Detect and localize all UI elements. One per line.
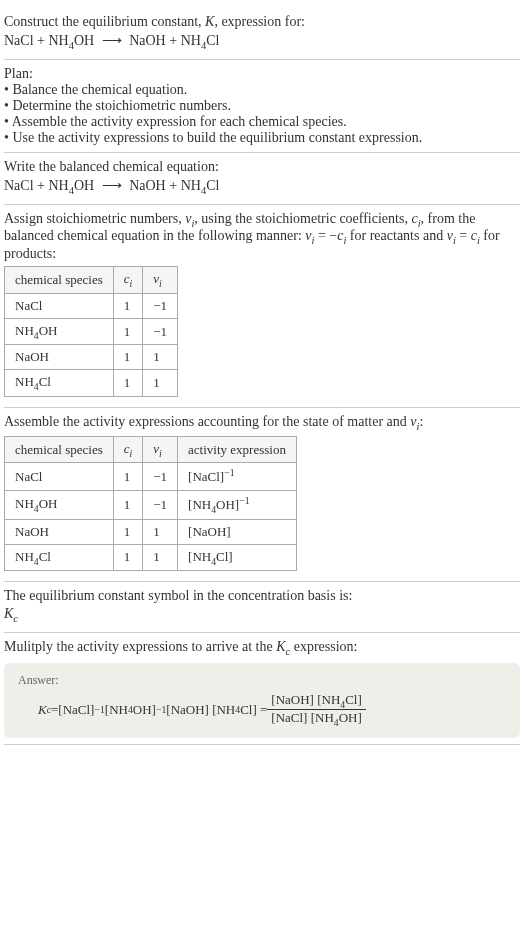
cell-nu: −1 [143, 490, 178, 519]
plus-2: + [166, 33, 181, 48]
answer-box: Answer: Kc = [NaCl]−1 [NH4OH]−1 [NaOH] [… [4, 663, 520, 738]
exp: −1 [224, 467, 234, 478]
header-species: chemical species [5, 436, 114, 463]
species-nh-2: NH [181, 33, 201, 48]
exp: −1 [156, 704, 166, 715]
plan-title: Plan: [4, 66, 520, 82]
stoich-table: chemical species ci νi NaCl 1 −1 NH4OH 1… [4, 266, 178, 397]
species-nh: NH [181, 178, 201, 193]
sub-i: i [159, 278, 162, 289]
plan-item: Assemble the activity expression for eac… [4, 114, 520, 130]
plan-item: Determine the stoichiometric numbers. [4, 98, 520, 114]
plan-item: Use the activity expressions to build th… [4, 130, 520, 146]
term: [NH [105, 702, 128, 718]
k-var: K [276, 639, 285, 654]
cell-c: 1 [113, 519, 143, 544]
cell-expr: [NaOH] [178, 519, 297, 544]
sub-i: i [130, 278, 133, 289]
text: Assign stoichiometric numbers, [4, 211, 185, 226]
activity-title: Assemble the activity expressions accoun… [4, 414, 520, 432]
header-expr: activity expression [178, 436, 297, 463]
cell-nu: −1 [143, 293, 178, 318]
sub-i: i [159, 447, 162, 458]
header-species: chemical species [5, 267, 114, 294]
arrow-icon: ⟶ [102, 178, 122, 193]
k-variable: K [205, 14, 214, 29]
denominator: [NaCl] [NH4OH] [267, 710, 365, 728]
table-row: NH4OH 1 −1 [NH4OH]−1 [5, 490, 297, 519]
text: , using the stoichiometric coefficients, [194, 211, 411, 226]
term: [NaCl] [58, 702, 94, 718]
exp: −1 [94, 704, 104, 715]
plan-item: Balance the chemical equation. [4, 82, 520, 98]
cell-expr: [NH4Cl] [178, 544, 297, 571]
sub-i: i [130, 447, 133, 458]
kc-expression: Kc = [NaCl]−1 [NH4OH]−1 [NaOH] [NH4Cl] =… [18, 692, 506, 728]
species-cl: Cl [206, 178, 219, 193]
balanced-title: Write the balanced chemical equation: [4, 159, 520, 175]
expr: [NaCl] [188, 470, 224, 485]
cell-species: NH4Cl [5, 370, 114, 397]
cell-species: NaOH [5, 519, 114, 544]
multiply-section: Mulitply the activity expressions to arr… [4, 633, 520, 745]
answer-label: Answer: [18, 673, 506, 688]
cell-expr: [NaCl]−1 [178, 463, 297, 490]
text: expression: [290, 639, 357, 654]
table-row: NaCl 1 −1 [NaCl]−1 [5, 463, 297, 490]
equals: = [51, 702, 58, 718]
multiply-text: Mulitply the activity expressions to arr… [4, 639, 520, 657]
text: Mulitply the activity expressions to arr… [4, 639, 276, 654]
header-c: ci [113, 436, 143, 463]
header-c: ci [113, 267, 143, 294]
text: : [419, 414, 423, 429]
prompt-text-2: , expression for: [214, 14, 305, 29]
activity-table: chemical species ci νi activity expressi… [4, 436, 297, 571]
text: = [456, 228, 471, 243]
cell-c: 1 [113, 345, 143, 370]
cell-nu: −1 [143, 318, 178, 345]
activity-section: Assemble the activity expressions accoun… [4, 408, 520, 582]
cell-species: NaOH [5, 345, 114, 370]
table-row: NH4Cl 1 1 [5, 370, 178, 397]
table-row: NH4OH 1 −1 [5, 318, 178, 345]
header-section: Construct the equilibrium constant, K, e… [4, 8, 520, 60]
cell-c: 1 [113, 544, 143, 571]
cell-expr: [NH4OH]−1 [178, 490, 297, 519]
stoich-text: Assign stoichiometric numbers, νi, using… [4, 211, 520, 263]
symbol-text: The equilibrium constant symbol in the c… [4, 588, 520, 604]
cell-species: NH4Cl [5, 544, 114, 571]
species-nacl: NaCl [4, 33, 34, 48]
species-nh: NH [48, 33, 68, 48]
species-oh: OH [74, 33, 94, 48]
kc-symbol: Kc [4, 606, 520, 624]
cell-nu: 1 [143, 519, 178, 544]
cell-species: NaCl [5, 463, 114, 490]
numerator: [NaOH] [NH4Cl] [267, 692, 365, 711]
species-oh: OH [74, 178, 94, 193]
header-nu: νi [143, 436, 178, 463]
cell-c: 1 [113, 318, 143, 345]
reaction-equation: NaCl + NH4OH ⟶ NaOH + NH4Cl [4, 32, 520, 51]
species-cl: Cl [206, 33, 219, 48]
cell-species: NH4OH [5, 490, 114, 519]
plus: + [166, 178, 181, 193]
sub-c: c [13, 613, 18, 624]
cell-c: 1 [113, 463, 143, 490]
symbol-section: The equilibrium constant symbol in the c… [4, 582, 520, 633]
plus-1: + [34, 33, 49, 48]
balanced-section: Write the balanced chemical equation: Na… [4, 153, 520, 205]
table-row: NaCl 1 −1 [5, 293, 178, 318]
table-row: NaOH 1 1 [NaOH] [5, 519, 297, 544]
table-header: chemical species ci νi [5, 267, 178, 294]
exp: −1 [239, 495, 249, 506]
table-row: NH4Cl 1 1 [NH4Cl] [5, 544, 297, 571]
cell-nu: −1 [143, 463, 178, 490]
cell-nu: 1 [143, 345, 178, 370]
arrow-icon: ⟶ [102, 33, 122, 48]
species-nacl: NaCl [4, 178, 34, 193]
species-naoh: NaOH [129, 33, 166, 48]
species-nh: NH [48, 178, 68, 193]
cell-nu: 1 [143, 370, 178, 397]
text: for reactants and [346, 228, 446, 243]
fraction: [NaOH] [NH4Cl] [NaCl] [NH4OH] [267, 692, 365, 728]
